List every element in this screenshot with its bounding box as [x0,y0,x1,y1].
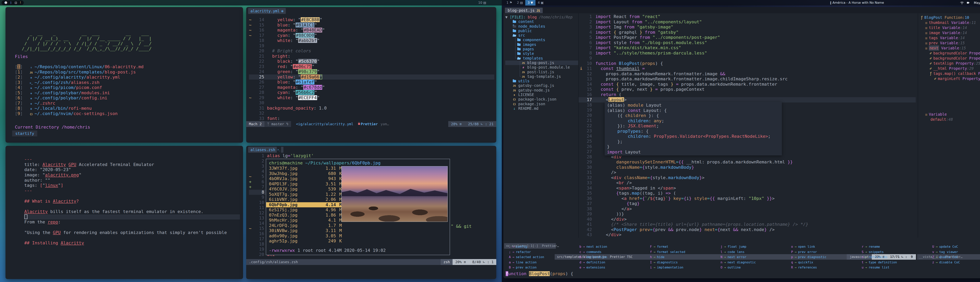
file-row[interactable]: 3JWY37f.jpg1.31M [266,166,342,171]
tree-row[interactable]: {}package.json [505,102,578,106]
whichkey-binding[interactable]: c→commands [579,250,601,255]
file-row[interactable]: 5oXQT7g.jpg1.22M [266,192,342,197]
alacritty-line[interactable]: 32 [249,111,494,116]
code-line[interactable]: 6import style from "./blog-post.module.l… [579,40,916,45]
tree-row[interactable]: content [505,19,578,24]
outline-row[interactable]: ☒tags Variable:14 [919,35,980,40]
whichkey-binding[interactable]: N→next error [720,255,746,260]
file-row[interactable]: 24LrDFQ.jpg1.7M [266,223,342,228]
tree-row[interactable]: JSgatsby-node.js [505,88,578,92]
tree-row[interactable]: utils [505,79,578,83]
tree-row[interactable]: └templates [505,56,578,61]
outline-row[interactable] [919,86,980,91]
startify-entry[interactable]: [2] ✻~/.config/alacritty/alacritty.yml [15,75,144,80]
whichkey-binding[interactable]: d→definition [579,260,605,265]
startify-entry[interactable]: [7] ✻~/.zshrc [15,101,144,106]
tree-row[interactable]: ▼ [FILE]: blog /home/chris/Rep [505,15,578,19]
code-line[interactable]: 5import PostPager from "../components/po… [579,35,916,40]
outline-row[interactable]: ✐__html Property:29 [919,66,980,71]
alacritty-line[interactable]: 20 # Bright colors [249,48,494,54]
code-line[interactable]: 31 /> [579,170,916,175]
now-playing[interactable]: ‖ América - A Horse with No Name [830,0,884,5]
split-code-outline[interactable] [918,13,918,238]
outline-row[interactable]: ☒next Variable:15 [919,45,980,51]
code-line[interactable]: 10function BlogPost(props) { [579,61,916,66]
tree-row[interactable]: ↓README.md [505,106,578,111]
whichkey-binding[interactable]: S→snippets [861,250,884,255]
code-line[interactable]: i11 const thumbnail = [579,66,916,71]
whichkey-binding[interactable]: e→extensions [579,265,605,270]
display-icon[interactable]: ⊡ [15,0,17,5]
whichkey-binding[interactable]: O→outline [720,265,741,270]
aliases-line[interactable]: 1alias lg='lazygit' [249,153,313,159]
discord-icon[interactable]: ☻ [4,0,8,5]
tab-blog-post-js[interactable]: blog-post.jsJS [505,8,543,13]
tree-row[interactable]: └JStag-template.js [505,74,578,79]
wifi-icon[interactable] [960,2,964,4]
whichkey-binding[interactable]: I→diagnostics [649,260,678,265]
code-line[interactable]: 29 dangerouslySetInnerHTML={{ __html: pr… [579,159,916,165]
alacritty-line[interactable]: 31background_opacity: 1.0 [249,106,494,111]
outline-row[interactable]: ☒Variable [919,112,980,117]
alacritty-line[interactable]: 22 black: "#5c6370" [249,59,494,64]
tree-row[interactable]: │pages [505,47,578,51]
code-line[interactable]: 16 return ( [579,92,916,97]
tab-aliases-zsh[interactable]: aliases.zsh >_ [248,147,283,153]
file-row[interactable]: 07nEzQ3.jpg1.86M [266,213,342,218]
whichkey-binding[interactable]: Z→enable CoC [931,255,958,260]
tab-alacritty-yml[interactable]: alacritty.yml ✻ [248,8,286,14]
whichkey-binding[interactable]: u→resume list [861,265,889,270]
code-line[interactable]: 42 <PostPager prev={prev && prev.node} n… [579,227,916,233]
code-line[interactable]: 7import "katex/dist/katex.min.css" [579,45,916,51]
workspace-item[interactable]: 1 ⚑ [504,0,515,5]
whichkey-binding[interactable]: F→format [649,244,668,250]
code-line[interactable]: 14 const { title, image, tags } = props.… [579,82,916,87]
tree-row[interactable]: ✦LICENSE [505,92,578,97]
file-row[interactable]: 6QbF0pb.jpg4.14M [266,202,342,207]
outline-row[interactable]: ✐backgroundColor Property:24 [919,51,980,56]
whichkey-binding[interactable]: r→rename [861,244,880,250]
file-row[interactable]: 4Y6C0JV.jpg539K [266,186,342,192]
alacritty-line[interactable]: ~29 white: "#ECEFF4" [249,95,494,100]
terminal-markdown-blogpost[interactable]: ---title: Alacritty GPU Accelerated Term… [5,146,243,279]
code-line[interactable]: 2import Layout from "../components/layou… [579,19,916,25]
tree-row[interactable]: node_modules [505,24,578,29]
whichkey-binding[interactable]: a→line action [508,260,537,265]
outline-row[interactable]: ☒image Variable:14 [919,30,980,35]
startify-entry[interactable]: [4] ✻~/.config/picom/picom.conf [15,85,144,90]
alacritty-line[interactable]: ~16 magenta: "#B48EAD" [249,28,494,33]
outline-row[interactable] [919,91,980,96]
code-line[interactable]: 35 {tags.map((tag, i) => ( [579,191,916,196]
outline-row[interactable] [919,107,980,112]
whichkey-binding[interactable]: j→float jump [720,244,746,250]
startify-entry[interactable]: [6] ✻~/.config/polybar/config.ini [15,96,144,101]
code-line[interactable]: 9 [579,56,916,61]
alert-icon[interactable]: ! [20,0,21,5]
code-line[interactable]: 4import { graphql } from "gatsby" [579,30,916,35]
workspace-item[interactable]: 2 ▤ [515,0,525,5]
code-line[interactable]: 15 const { prev, next } = props.pageCont… [579,87,916,92]
alacritty-line[interactable]: 21 bright: [249,54,494,59]
code-line[interactable]: 1import React from "react" [579,14,916,19]
alacritty-line[interactable]: 23 red: "#e06c75" [249,64,494,69]
outline-row[interactable]: ƒtags.map() callback Functi [919,71,980,76]
startify-entry[interactable]: [1] JS~/Repos/blog/src/templates/blog-po… [15,70,144,75]
code-line[interactable]: 17 <Layout> [579,97,916,102]
code-line[interactable]: 32 <div className={style.markdownBody}> [579,175,916,180]
alacritty-line[interactable]: 25 yellow: "#d19a66" [249,75,494,80]
code-line[interactable]: 34 <span>Tagged in </span> [579,186,916,191]
outline-row[interactable] [919,81,980,86]
whichkey-binding[interactable]: h→hide [649,255,665,260]
outline-row[interactable]: ☒prev Variable:15 [919,40,980,45]
outline-row[interactable]: ✐marginLeft Property:36 [919,76,980,81]
whichkey-binding[interactable]: R→references [790,265,817,270]
outline-row[interactable] [919,96,980,102]
workspace-indicator-left[interactable]: 10 ▤ [478,0,486,5]
whichkey-binding[interactable]: l→code lens [720,250,745,255]
whichkey-binding[interactable]: U→update CoC [931,244,958,250]
whichkey-binding[interactable]: P→prev error [790,250,817,255]
whichkey-binding[interactable]: t→type definition [861,260,897,265]
whichkey-binding[interactable]: o→open link [790,244,815,250]
file-row[interactable]: 6iibVNY.jpg2.06M [266,197,342,202]
whichkey-binding[interactable]: v→tag viewer [931,250,958,255]
